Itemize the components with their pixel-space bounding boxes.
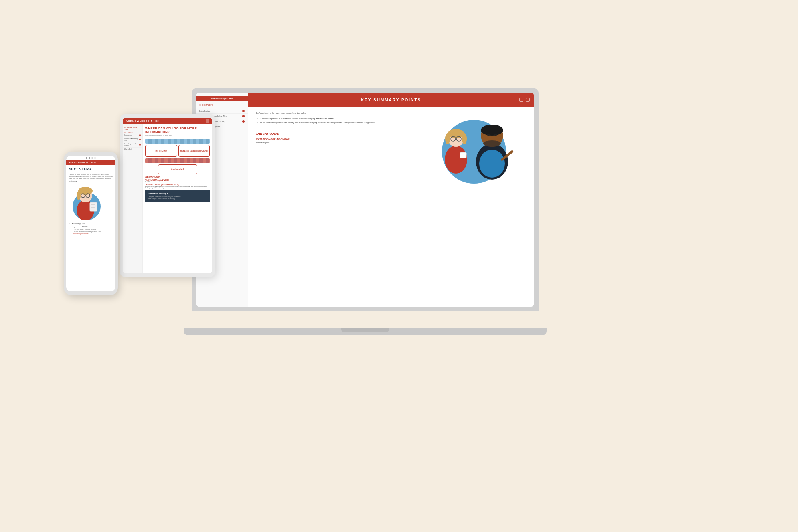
wave-decoration-2 — [145, 158, 210, 163]
svg-rect-24 — [90, 202, 97, 211]
laptop-definitions-title: DEFINITIONS — [256, 132, 422, 136]
nav-dot — [94, 157, 96, 159]
mobile-nav-dots — [66, 156, 115, 160]
tablet-sidebar-item[interactable]: Welcome to Acknowledge This! — [123, 137, 142, 142]
tablet-content-area: Acknowledge This! 0% COMPLETE Introducti… — [123, 124, 212, 273]
tablet-screen: ACKNOWLEDGE THIS! Acknowledge This! 0% C… — [123, 118, 212, 273]
mobile-header-title: ACKNOWLEDGE THIS! — [69, 161, 113, 164]
laptop-sidebar-item-label: Introduction — [200, 110, 210, 112]
svg-point-2 — [448, 129, 464, 138]
item-label: Introduction — [124, 134, 132, 136]
laptop-top-bar: KEY SUMMARY POINTS — [248, 93, 534, 107]
tablet-sidebar-title: Acknowledge This! — [123, 126, 142, 131]
svg-point-12 — [481, 125, 503, 136]
mobile-sub-item-1: - Tell your mates - continue the yarns — [69, 229, 113, 231]
tablet-cards-row: The INTERNet Your Local Land and Sea Cou… — [145, 145, 210, 157]
laptop-page-title: KEY SUMMARY POINTS — [361, 98, 421, 102]
nav-dot — [91, 157, 93, 159]
svg-point-20 — [77, 191, 81, 200]
laptop-sidebar-item[interactable]: Introduction — [196, 109, 248, 114]
laptop-screen: Acknowledge This! 0% COMPLETE Introducti… — [196, 93, 534, 307]
tablet-main-subheading: Click on each illustration to learn more… — [145, 134, 210, 136]
laptop-sidebar-subtitle: 0% COMPLETE — [196, 103, 248, 107]
tablet-main-content: WHERE CAN YOU GO FOR MORE INFORMATION? C… — [143, 124, 212, 273]
mobile-bullet-list: Acknowledge That! Help us reach 50,000 A… — [69, 223, 113, 235]
tablet-sidebar-item[interactable]: Acknowledgement of Country — [123, 142, 142, 148]
svg-point-13 — [483, 140, 501, 147]
tablet-reflection-bar: Reflection activity 5 Complete reflectio… — [145, 190, 210, 202]
nav-dot — [86, 157, 87, 159]
laptop-sidebar-title: Acknowledge This! — [196, 96, 248, 101]
tablet-card-mob[interactable]: Your Local Mob — [158, 164, 197, 174]
laptop-sidebar-dot — [242, 110, 245, 112]
svg-point-14 — [487, 134, 490, 136]
tablet-menu-icon[interactable] — [206, 119, 209, 123]
mobile-body: ACKNOWLEDGE THIS! NEXT STEPS It's time f… — [64, 152, 118, 295]
mobile-header: ACKNOWLEDGE THIS! — [66, 160, 115, 165]
tablet-sidebar-item[interactable]: Introduction — [123, 134, 142, 137]
tablet-reflection-question: What are you curious about? Astrology... — [148, 198, 207, 200]
search-icon[interactable] — [519, 98, 523, 102]
item-label: Welcome to Acknowledge This! — [124, 138, 139, 141]
tablet-sidebar: Acknowledge This! 0% COMPLETE Introducti… — [123, 124, 143, 273]
laptop-intro: Let's review the key summary points from… — [256, 112, 422, 114]
laptop-bullet-1: Acknowledgement of Country is all about … — [256, 117, 422, 120]
tablet-main-heading: WHERE CAN YOU GO FOR MORE INFORMATION? — [145, 127, 210, 134]
complete-dot — [139, 139, 141, 140]
mobile-device: ACKNOWLEDGE THIS! NEXT STEPS It's time f… — [64, 152, 118, 295]
laptop-body-content: Let's review the key summary points from… — [248, 107, 534, 307]
tablet-def-meaning-1: To talk/communicate with someone. — [145, 181, 210, 183]
svg-point-10 — [479, 150, 505, 178]
laptop-base — [184, 328, 547, 335]
mobile-screen: ACKNOWLEDGE THIS! NEXT STEPS It's time f… — [66, 156, 115, 291]
person-man-illustration — [466, 116, 518, 184]
wave-decoration-1 — [145, 139, 210, 144]
mobile-sub-item-2: - Public sessions every fortnight online… — [69, 231, 113, 233]
svg-point-15 — [494, 134, 497, 136]
tablet-card-land-council[interactable]: Your Local Land and Sea Council — [178, 145, 210, 157]
mobile-link-item: acknowledgethis.com.au — [69, 233, 113, 235]
tablet-definitions-title: DEFINITIONS — [145, 176, 210, 178]
menu-icon[interactable] — [526, 98, 530, 102]
mobile-content: NEXT STEPS It's time for us to go forth … — [66, 165, 115, 291]
svg-point-3 — [445, 133, 450, 144]
complete-dot — [139, 134, 141, 136]
tablet-device: ACKNOWLEDGE THIS! Acknowledge This! 0% C… — [120, 114, 215, 277]
laptop-toolbar-icons — [519, 98, 530, 102]
mobile-website-link[interactable]: acknowledgethis.com.au — [73, 233, 89, 235]
svg-point-0 — [445, 146, 467, 174]
mobile-section-title: NEXT STEPS — [69, 168, 113, 172]
tablet-definitions: DEFINITIONS YARN [AUSTRALIAN WIDE] To ta… — [145, 176, 210, 189]
laptop-illustration — [430, 112, 526, 302]
tablet-card-internet[interactable]: The INTERNet — [145, 145, 177, 157]
nav-dot — [89, 157, 90, 159]
mobile-person-illustration — [71, 184, 101, 220]
item-label: What it offers? — [124, 148, 132, 150]
laptop-sidebar-dot — [242, 115, 245, 117]
laptop-body: Acknowledge This! 0% COMPLETE Introducti… — [192, 88, 539, 311]
tablet-reflection-title: Reflection activity 5 — [148, 192, 207, 195]
svg-rect-8 — [460, 152, 466, 158]
mobile-bullet-help: Help us reach 50,000 Aussies — [69, 226, 113, 228]
laptop-sidebar-dot — [242, 120, 245, 123]
laptop-text: Let's review the key summary points from… — [256, 112, 422, 302]
mobile-bullet-acknowledge: Acknowledge That! — [69, 223, 113, 225]
tablet-header-title: ACKNOWLEDGE THIS! — [126, 120, 159, 122]
laptop-bullet-2: In an Acknowledgement of Country, we are… — [256, 121, 422, 124]
laptop-definitions: DEFINITIONS KATA NOONOOK (NOONGAR) Hello… — [256, 132, 422, 144]
tablet-def-meaning-2: Dialogue circle. A yarning circle; a har… — [145, 186, 210, 189]
complete-dot — [139, 144, 141, 146]
laptop-device: Acknowledge This! 0% COMPLETE Introducti… — [192, 88, 539, 335]
laptop-main-content: KEY SUMMARY POINTS Let's review the key … — [248, 93, 534, 307]
mobile-illustration — [69, 184, 113, 220]
tablet-sidebar-item[interactable]: What it offers? — [123, 148, 142, 151]
laptop-def-meaning: Hello everyone — [256, 141, 422, 144]
tablet-body: ACKNOWLEDGE THIS! Acknowledge This! 0% C… — [120, 114, 215, 277]
item-label: Acknowledgement of Country — [124, 143, 139, 146]
mobile-intro-text: It's time for us to go forth and be cour… — [69, 173, 113, 182]
laptop-def-term: KATA NOONOOK (NOONGAR) — [256, 138, 422, 140]
tablet-header: ACKNOWLEDGE THIS! — [123, 118, 212, 124]
